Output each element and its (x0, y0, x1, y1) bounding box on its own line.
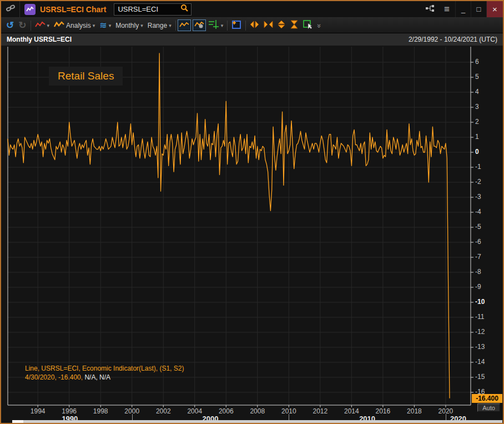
analysis-label: Analysis (66, 22, 91, 29)
scrollbar-thumb[interactable] (12, 420, 23, 423)
toolbar-separator (227, 21, 228, 31)
x-tick-label: 1998 (88, 407, 113, 415)
title-bar: USRSL=ECI Chart (1, 1, 503, 18)
toolbar-separator (175, 21, 176, 31)
expand-horizontal-button[interactable] (248, 19, 261, 32)
analysis-dropdown[interactable]: Analysis ▾ (52, 19, 97, 32)
chart-interact-button[interactable] (193, 19, 206, 31)
legend-series-line: Line, USRSL=ECI, Economic Indicator(Last… (25, 364, 184, 373)
y-tick-label: -12 (475, 328, 494, 336)
add-window-button[interactable] (229, 19, 244, 32)
title-bar-controls: ≡ _ □ × (422, 1, 503, 17)
close-button[interactable]: × (486, 1, 503, 17)
y-tick-label: -10 (475, 298, 494, 306)
symbol-search-input[interactable] (117, 4, 180, 14)
more-tools-button[interactable]: » (316, 19, 323, 32)
x-tick-label: 1994 (26, 407, 50, 415)
line-style-icon (35, 21, 46, 30)
x-tick-label: 2014 (339, 407, 364, 415)
interval-label: Monthly (115, 22, 139, 29)
horizontal-scrollbar[interactable] (12, 420, 502, 423)
y-tick-label: -6 (475, 238, 494, 246)
chart-hand-icon (194, 21, 204, 30)
y-tick-label: 0 (475, 148, 494, 156)
compress-vertical-button[interactable] (288, 19, 301, 32)
x-tick-label: 2008 (245, 407, 270, 415)
chart-legend: Line, USRSL=ECI, Economic Indicator(Last… (25, 364, 184, 382)
levels-icon (208, 19, 219, 31)
chevron-down-icon: ▾ (221, 23, 224, 28)
waves-icon: ≋ (99, 21, 107, 30)
interval-dropdown[interactable]: Monthly ▾ (113, 19, 145, 32)
search-icon[interactable] (180, 4, 189, 14)
smoothing-dropdown[interactable]: ≋ ▾ (97, 19, 113, 32)
flow-icon (425, 4, 435, 14)
y-tick-label: -8 (475, 268, 494, 276)
maximize-button[interactable]: □ (471, 1, 486, 17)
chart-region: Retail Sales Line, USRSL=ECI, Economic I… (1, 46, 503, 423)
double-chevron-icon: » (315, 24, 324, 27)
window-plus-icon (231, 20, 241, 31)
undo-button[interactable]: ↺ (4, 19, 16, 32)
toolbar-separator (245, 21, 246, 31)
app-menu-button[interactable]: ≡ (439, 1, 455, 17)
compress-horizontal-button[interactable] (261, 19, 275, 32)
range-label: Range (148, 22, 167, 29)
x-tick-label: 2012 (308, 407, 332, 415)
chevron-down-icon: ▾ (47, 23, 50, 28)
link-channel-button[interactable] (1, 1, 20, 17)
layout-flow-button[interactable] (422, 1, 439, 17)
chart-title: Monthly USRSL=ECI (7, 36, 72, 43)
chevron-down-icon: ▾ (169, 23, 172, 28)
x-tick-label: 2002 (151, 407, 175, 415)
chevron-down-icon: ▾ (93, 23, 95, 28)
redo-button[interactable]: ↻ (16, 19, 28, 32)
x-tick-label: 2016 (371, 407, 395, 415)
chart-view-button[interactable] (178, 19, 191, 31)
legend-value-date: 4/30/2020, -16.400, (25, 373, 83, 381)
hamburger-menu-icon: ≡ (444, 4, 450, 15)
chart-app-icon (24, 4, 36, 15)
selection-cursor-icon (303, 20, 314, 31)
symbol-search-box (114, 3, 191, 16)
y-tick-label: 1 (475, 133, 494, 141)
chevron-down-icon: ▾ (140, 23, 143, 28)
arrows-updown-icon (278, 20, 286, 31)
y-tick-label: 3 (475, 103, 494, 111)
chart-toolbar: ↺ ↻ ▾ Analysis ▾ ≋ ▾ (1, 18, 503, 33)
undo-icon: ↺ (6, 21, 14, 30)
chart-annotation[interactable]: Retail Sales (49, 67, 123, 86)
hourglass-icon (290, 20, 299, 31)
x-tick-label: 2004 (183, 407, 207, 415)
y-tick-label: 5 (475, 73, 494, 81)
y-tick-label: -7 (475, 253, 494, 261)
chart-type-dropdown[interactable]: ▾ (33, 19, 52, 32)
analysis-icon (54, 21, 64, 30)
y-tick-label: -5 (475, 223, 494, 231)
auto-scale-button[interactable]: Auto (477, 403, 500, 412)
x-tick-label: 1996 (57, 407, 82, 415)
y-tick-label: 2 (475, 118, 494, 126)
y-tick-label: 6 (475, 58, 494, 66)
expand-vertical-button[interactable] (275, 19, 288, 32)
arrows-out-icon (250, 21, 259, 30)
legend-value-na: N/A, N/A (84, 373, 110, 381)
y-tick-label: -9 (475, 283, 494, 291)
zoom-select-button[interactable] (301, 19, 316, 32)
chain-link-icon (6, 4, 15, 14)
x-tick-label: 2006 (214, 407, 238, 415)
levels-dropdown[interactable]: ▾ (206, 19, 226, 32)
y-tick-label: -11 (475, 313, 494, 321)
y-tick-label: -3 (475, 193, 494, 201)
y-tick-label: 4 (475, 88, 494, 96)
range-dropdown[interactable]: Range ▾ (145, 19, 174, 32)
app-title: USRSL=ECI Chart (40, 5, 106, 14)
y-tick-label: -13 (475, 343, 494, 351)
y-tick-label: -1 (475, 163, 494, 171)
y-tick-label: -2 (475, 178, 494, 186)
chevron-down-icon: ▾ (109, 23, 112, 28)
maximize-icon: □ (477, 5, 481, 13)
y-tick-label: -4 (475, 208, 494, 216)
minimize-button[interactable]: _ (455, 1, 471, 17)
y-tick-label: -14 (475, 358, 494, 366)
